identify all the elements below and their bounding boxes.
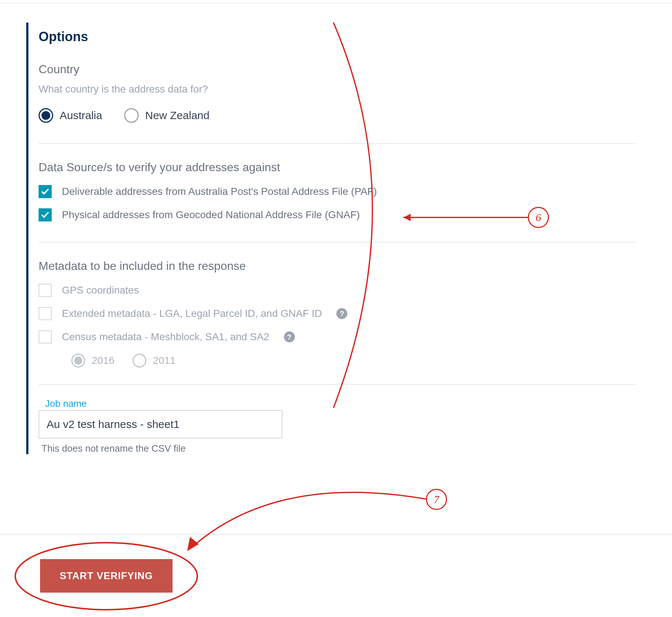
options-panel: Options Country What country is the addr… (26, 23, 636, 454)
datasource-heading: Data Source/s to verify your addresses a… (39, 161, 636, 174)
metadata-list: GPS coordinates Extended metadata - LGA,… (39, 284, 636, 368)
radio-newzealand[interactable]: New Zealand (124, 108, 210, 123)
jobname-input[interactable] (39, 410, 282, 439)
checkbox-gps-label: GPS coordinates (62, 284, 139, 296)
country-heading: Country (39, 63, 636, 76)
country-radio-group: Australia New Zealand (39, 108, 636, 123)
census-year-group: 2016 2011 (71, 354, 636, 368)
radio-australia[interactable]: Australia (39, 108, 102, 123)
start-verifying-label: START VERIFYING (60, 570, 153, 582)
footer-divider (0, 534, 672, 535)
radio-disabled-icon (133, 354, 146, 368)
checkbox-extended-label: Extended metadata - LGA, Legal Parcel ID… (62, 308, 322, 319)
radio-unselected-icon (124, 108, 139, 123)
radio-selected-icon (39, 108, 53, 123)
checkbox-gps[interactable]: GPS coordinates (39, 284, 636, 297)
radio-disabled-selected-icon (71, 354, 85, 368)
checkbox-unchecked-icon (39, 307, 52, 320)
checkbox-unchecked-icon (39, 284, 52, 297)
datasource-list: Deliverable addresses from Australia Pos… (39, 185, 636, 221)
checkbox-gnaf-label: Physical addresses from Geocoded Nationa… (62, 209, 360, 221)
checkbox-checked-icon (39, 185, 52, 198)
checkbox-unchecked-icon (39, 330, 52, 343)
top-divider (0, 3, 672, 3)
jobname-block: Job name This does not rename the CSV fi… (39, 398, 636, 454)
radio-2016-label: 2016 (92, 355, 114, 366)
section-divider (39, 384, 636, 385)
checkbox-gnaf[interactable]: Physical addresses from Geocoded Nationa… (39, 208, 636, 221)
start-verifying-button[interactable]: START VERIFYING (40, 559, 173, 593)
section-divider (39, 143, 636, 144)
radio-newzealand-label: New Zealand (145, 109, 210, 122)
help-icon[interactable]: ? (284, 331, 295, 342)
jobname-note: This does not rename the CSV file (41, 443, 636, 454)
options-title: Options (39, 29, 636, 44)
country-helper: What country is the address data for? (39, 83, 636, 95)
jobname-label: Job name (45, 398, 636, 409)
checkbox-census[interactable]: Census metadata - Meshblock, SA1, and SA… (39, 330, 636, 343)
checkbox-paf[interactable]: Deliverable addresses from Australia Pos… (39, 185, 636, 198)
radio-2016[interactable]: 2016 (71, 354, 114, 368)
section-divider (39, 242, 636, 243)
checkbox-checked-icon (39, 208, 52, 221)
annotation-badge-7: 7 (426, 489, 447, 510)
metadata-heading: Metadata to be included in the response (39, 259, 636, 273)
radio-australia-label: Australia (60, 109, 102, 122)
checkbox-extended[interactable]: Extended metadata - LGA, Legal Parcel ID… (39, 307, 636, 320)
radio-2011-label: 2011 (153, 355, 175, 366)
radio-2011[interactable]: 2011 (133, 354, 175, 368)
checkbox-paf-label: Deliverable addresses from Australia Pos… (62, 186, 377, 197)
checkbox-census-label: Census metadata - Meshblock, SA1, and SA… (62, 331, 269, 343)
help-icon[interactable]: ? (336, 308, 347, 319)
svg-marker-3 (187, 537, 199, 551)
